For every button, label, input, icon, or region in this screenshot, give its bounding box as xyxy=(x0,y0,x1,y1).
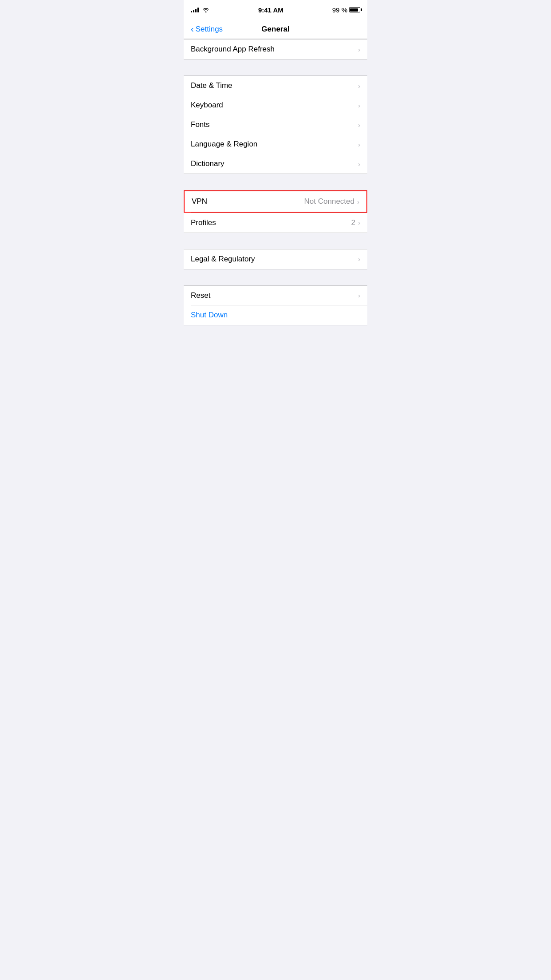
signal-icon xyxy=(191,7,199,12)
section-reset-shutdown: Reset › Shut Down xyxy=(184,285,367,325)
legal-regulatory-label: Legal & Regulatory xyxy=(191,255,255,264)
date-time-label: Date & Time xyxy=(191,81,232,90)
spacer-2 xyxy=(184,174,367,190)
spacer-4 xyxy=(184,269,367,285)
list-item-legal-regulatory[interactable]: Legal & Regulatory › xyxy=(184,249,367,269)
dictionary-right: › xyxy=(358,160,360,168)
reset-right: › xyxy=(358,292,360,299)
status-left xyxy=(191,7,209,12)
legal-regulatory-right: › xyxy=(358,255,360,263)
background-app-refresh-label: Background App Refresh xyxy=(191,45,275,54)
list-item-dictionary[interactable]: Dictionary › xyxy=(184,154,367,174)
vpn-label: VPN xyxy=(192,197,207,206)
spacer-3 xyxy=(184,233,367,249)
chevron-right-icon: › xyxy=(357,198,359,205)
keyboard-label: Keyboard xyxy=(191,101,223,110)
chevron-right-icon: › xyxy=(358,219,360,226)
back-label: Settings xyxy=(196,25,223,34)
background-app-refresh-right: › xyxy=(358,46,360,53)
nav-bar: ‹ Settings General xyxy=(184,20,367,39)
list-item-reset[interactable]: Reset › xyxy=(184,286,367,305)
profiles-label: Profiles xyxy=(191,218,216,227)
language-region-label: Language & Region xyxy=(191,140,257,149)
list-item-keyboard[interactable]: Keyboard › xyxy=(184,95,367,115)
list-item-language-region[interactable]: Language & Region › xyxy=(184,134,367,154)
dictionary-label: Dictionary xyxy=(191,159,224,168)
reset-label: Reset xyxy=(191,291,210,300)
status-right: 99 % xyxy=(332,6,360,14)
chevron-right-icon: › xyxy=(358,160,360,168)
profiles-value: 2 xyxy=(351,218,355,227)
chevron-right-icon: › xyxy=(358,141,360,148)
settings-content: Background App Refresh › Date & Time › K… xyxy=(184,39,367,325)
chevron-right-icon: › xyxy=(358,255,360,263)
language-region-right: › xyxy=(358,141,360,148)
fonts-label: Fonts xyxy=(191,120,210,129)
spacer-1 xyxy=(184,59,367,75)
fonts-right: › xyxy=(358,121,360,129)
section-legal: Legal & Regulatory › xyxy=(184,249,367,269)
list-item-vpn[interactable]: VPN Not Connected › xyxy=(184,190,367,213)
chevron-right-icon: › xyxy=(358,82,360,90)
profiles-right: 2 › xyxy=(351,218,360,227)
section-background-app-refresh: Background App Refresh › xyxy=(184,39,367,59)
chevron-right-icon: › xyxy=(358,121,360,129)
vpn-value: Not Connected xyxy=(304,197,354,206)
keyboard-right: › xyxy=(358,102,360,109)
chevron-right-icon: › xyxy=(358,292,360,299)
back-button[interactable]: ‹ Settings xyxy=(191,25,223,34)
date-time-right: › xyxy=(358,82,360,90)
status-bar: 9:41 AM 99 % xyxy=(184,0,367,20)
section-vpn-profiles: VPN Not Connected › Profiles 2 › xyxy=(184,190,367,233)
list-item-background-app-refresh[interactable]: Background App Refresh › xyxy=(184,40,367,59)
chevron-right-icon: › xyxy=(358,46,360,53)
vpn-right: Not Connected › xyxy=(304,197,359,206)
wifi-icon xyxy=(202,7,209,12)
battery-percent: 99 % xyxy=(332,6,347,14)
section-locale: Date & Time › Keyboard › Fonts › Languag… xyxy=(184,75,367,174)
status-time: 9:41 AM xyxy=(258,6,283,14)
chevron-right-icon: › xyxy=(358,102,360,109)
page-title: General xyxy=(261,25,289,34)
list-item-profiles[interactable]: Profiles 2 › xyxy=(184,213,367,233)
list-item-fonts[interactable]: Fonts › xyxy=(184,115,367,134)
list-item-shut-down[interactable]: Shut Down xyxy=(184,305,367,325)
shut-down-label: Shut Down xyxy=(191,311,228,320)
back-chevron-icon: ‹ xyxy=(191,24,194,33)
battery-icon xyxy=(349,7,360,12)
list-item-date-time[interactable]: Date & Time › xyxy=(184,76,367,95)
